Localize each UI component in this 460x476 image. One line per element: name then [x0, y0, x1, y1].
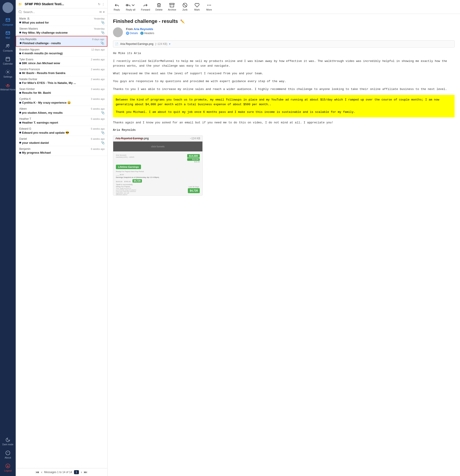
search-input[interactable]: [23, 10, 98, 14]
mark-icon: [195, 3, 200, 8]
email-list-item[interactable]: Sandra Franceze 2 weeks ago Mr Bashi - R…: [16, 66, 107, 76]
email-subject: My progress Michael: [22, 151, 105, 154]
folder-title: SFMF PRO Student Testi...: [25, 2, 96, 6]
archive-button[interactable]: Archive: [166, 2, 178, 12]
mark-label: Mark: [194, 8, 200, 11]
email-meta-links: ✉ Details i Headers: [126, 32, 154, 35]
last-page-btn[interactable]: ⏭: [84, 470, 87, 474]
email-list-item[interactable]: Cynthia K 3 weeks ago Cynthia K - My cra…: [16, 96, 107, 106]
delete-button[interactable]: Delete: [153, 2, 165, 12]
email-item-header: Natalie Dunbar 2 weeks ago: [19, 78, 105, 81]
junk-button[interactable]: Junk: [179, 2, 191, 12]
unread-dot: [19, 112, 21, 113]
email-list-item[interactable]: Daniel 6 weeks ago your student daniel 📎: [16, 136, 107, 146]
unread-dot: [19, 142, 21, 144]
headers-link[interactable]: i Headers: [140, 32, 154, 35]
preview-filename-redlined: Aria Reported Earnings: [116, 137, 143, 140]
sidebar-contacts-label: Contacts: [3, 49, 13, 52]
email-item-header: Sean Kimber 3 weeks ago: [19, 87, 105, 91]
email-sender: Tyler Evans: [19, 58, 33, 61]
email-list-item[interactable]: Marie .B. Yesterday What you asked for 📎: [16, 16, 107, 26]
svg-line-16: [21, 13, 22, 13]
delete-label: Delete: [155, 8, 163, 11]
attachment-chevron[interactable]: ▾: [169, 42, 170, 46]
first-page-btn[interactable]: ⏮: [36, 470, 39, 474]
compose-icon: [5, 17, 10, 22]
reply-all-button[interactable]: Reply all: [123, 2, 138, 12]
headers-label: Headers: [144, 32, 154, 35]
more-button[interactable]: More: [204, 2, 215, 12]
preview-filename: Aria Reported Earnings.png: [116, 137, 149, 140]
email-list-item[interactable]: Natalie Dunbar 2 weeks ago For Mike's EY…: [16, 76, 107, 86]
email-item-header: Steven Masters Yesterday: [19, 27, 105, 30]
sidebar-item-settings[interactable]: Settings: [0, 67, 16, 80]
email-subject: Heather T. earnings report: [22, 121, 105, 124]
email-meta: From Aria Reynolds ✉ Details i Headers: [113, 27, 455, 37]
unread-dot: [20, 42, 22, 44]
sidebar-settings-label: Settings: [3, 75, 12, 78]
sidebar-item-about[interactable]: About: [0, 448, 16, 461]
preview-size: ~124 KB: [190, 137, 200, 140]
email-list-item[interactable]: Steven Masters Yesterday Hey Mike; My ch…: [16, 26, 107, 36]
more-menu-icon[interactable]: ⋮: [102, 2, 105, 6]
email-list-item[interactable]: Aria Reynolds 8 days ago Finished challe…: [16, 36, 107, 47]
svg-point-21: [207, 5, 208, 5]
email-subject: $9K since Jan Michael wow: [22, 61, 105, 65]
email-subject-row: pro studen Aileen, my results 📎: [19, 111, 105, 114]
email-title-row: Finished challenge - results ✏️: [113, 18, 455, 24]
sidebar-item-darkmode[interactable]: Dark mode: [0, 435, 16, 448]
reply-button[interactable]: Reply: [111, 2, 122, 12]
calendar-icon: [5, 57, 10, 61]
email-list-item[interactable]: Brandon Nguyen 12 days ago 4 month resul…: [16, 47, 107, 57]
email-date: 2 weeks ago: [91, 78, 105, 81]
attachment-indicator: 📎: [101, 21, 105, 24]
details-icon: ✉: [126, 32, 129, 35]
sidebar-item-mail[interactable]: Mail: [0, 28, 16, 41]
email-list-item[interactable]: Tyler Evans 2 weeks ago $9K since Jan Mi…: [16, 57, 107, 66]
forward-button[interactable]: Forward: [139, 2, 152, 12]
envelope-filter-icon[interactable]: ✉: [99, 10, 102, 14]
email-subject: What you asked for: [22, 21, 100, 24]
email-list-item[interactable]: Heather T 5 weeks ago Heather T. earning…: [16, 116, 107, 126]
sidebar-item-webmail[interactable]: Webmail Home: [0, 80, 16, 93]
svg-line-20: [183, 4, 186, 7]
reply-all-chevron-icon: [131, 3, 136, 8]
sidebar-item-logout[interactable]: Logout: [0, 461, 16, 474]
email-subject-row: 4 month results (in recurring): [19, 51, 105, 55]
details-link[interactable]: ✉ Details: [126, 32, 138, 35]
sidebar-item-compose[interactable]: Compose: [0, 15, 16, 28]
sidebar-item-contacts[interactable]: Contacts: [0, 41, 16, 54]
email-list-item[interactable]: Sean Kimber 3 weeks ago Results for Mr. …: [16, 86, 107, 96]
refresh-icon[interactable]: ↻: [98, 2, 100, 6]
webmail-icon: [5, 83, 10, 87]
body-para4: You guys are responsive to my questions …: [113, 79, 455, 84]
email-list-item[interactable]: Aileen 5 weeks ago pro studen Aileen, my…: [16, 106, 107, 116]
reply-all-icon: [125, 3, 130, 8]
email-list-item[interactable]: Edward G 5 weeks ago Edward pro results …: [16, 126, 107, 136]
email-date: Yesterday: [94, 27, 105, 30]
forward-label: Forward: [141, 8, 150, 11]
email-date: 5 weeks ago: [91, 128, 105, 130]
email-list-item[interactable]: Benjamin 6 weeks ago My progress Michael: [16, 146, 107, 156]
more-label: More: [206, 8, 212, 11]
email-item-header: Marie .B. Yesterday: [19, 17, 105, 20]
sidebar-item-calendar[interactable]: Calendar: [0, 54, 16, 67]
svg-point-9: [7, 84, 8, 86]
email-date: 6 weeks ago: [91, 148, 105, 150]
filter-chevron-icon[interactable]: ▾: [103, 10, 105, 14]
email-subject-row: My progress Michael: [19, 151, 105, 154]
mark-button[interactable]: Mark: [192, 2, 203, 12]
email-date: 3 weeks ago: [91, 98, 105, 100]
sidebar-compose-label: Compose: [2, 23, 13, 26]
unread-dot: [19, 52, 21, 54]
unread-dot: [19, 82, 21, 84]
email-date: 8 days ago: [92, 38, 104, 41]
email-list-panel: 📁 SFMF PRO Student Testi... ↻ ⋮ ✉ ▾ Mari…: [16, 0, 108, 476]
attachment-size: (~124 KB): [155, 42, 167, 46]
prev-page-btn[interactable]: ‹: [41, 470, 42, 474]
main-panel: Reply Reply all Forward Delete: [108, 0, 460, 476]
body-para3: What impressed me the most was the level…: [113, 71, 455, 76]
next-page-btn[interactable]: ›: [81, 470, 82, 474]
email-sender: Aileen: [19, 107, 27, 110]
email-item-header: Edward G 5 weeks ago: [19, 127, 105, 130]
